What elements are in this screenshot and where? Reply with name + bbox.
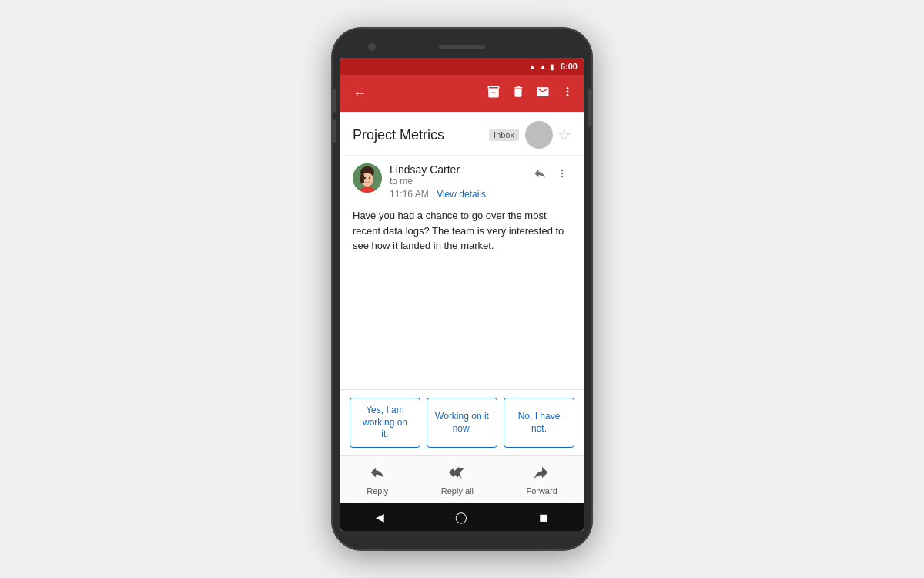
status-icons: ▲ ▲ ▮ 6:00 [528,62,578,71]
status-time: 6:00 [561,62,578,71]
volume-up-button [333,89,336,112]
svg-point-3 [364,177,366,179]
wifi-icon: ▲ [528,62,536,71]
smart-reply-2[interactable]: Working on it now. [427,398,497,448]
nav-back-button[interactable]: ◀ [376,511,384,523]
reply-label: Reply [367,486,388,496]
delete-icon[interactable] [508,82,528,105]
sender-to: to me [390,176,530,187]
front-camera [368,43,376,51]
email-body: Have you had a chance to go over the mos… [340,205,584,389]
phone-speaker [439,45,485,49]
inbox-badge: Inbox [489,129,519,141]
view-details-link[interactable]: View details [437,189,486,200]
email-header: Project Metrics Inbox ☆ [340,112,584,156]
back-button[interactable]: ← [346,79,373,108]
sender-time: 11:16 AM [390,189,429,200]
signal-icon: ▲ [539,62,547,71]
reply-action-icon [369,464,386,485]
smart-replies: Yes, I am working on it. Working on it n… [340,389,584,455]
header-avatar [525,121,553,149]
bottom-actions: Reply Reply all Forward [340,455,584,503]
sender-info: Lindsay Carter to me 11:16 AM View detai… [390,163,530,200]
sender-actions [530,163,571,187]
forward-label: Forward [526,486,557,496]
forward-action-icon [534,464,551,485]
phone-screen: ▲ ▲ ▮ 6:00 ← [340,58,584,531]
sender-name: Lindsay Carter [390,163,530,176]
forward-action[interactable]: Forward [514,461,569,499]
phone-device: ▲ ▲ ▮ 6:00 ← [331,27,593,551]
svg-point-4 [369,177,370,179]
smart-reply-1[interactable]: Yes, I am working on it. [350,398,420,448]
phone-top-bar [340,36,584,58]
battery-icon: ▮ [550,62,554,71]
reply-all-action[interactable]: Reply all [429,461,486,499]
svg-rect-5 [360,174,364,183]
sender-avatar [353,163,382,193]
reply-all-action-icon [449,464,466,485]
archive-icon[interactable] [484,82,504,105]
nav-home-button[interactable]: ◯ [455,511,467,523]
email-content: Lindsay Carter to me 11:16 AM View detai… [340,156,584,389]
android-nav-bar: ◀ ◯ ◼ [340,503,584,531]
phone-bottom-bar [340,531,584,542]
reply-action[interactable]: Reply [354,461,400,499]
app-bar: ← [340,75,584,112]
star-icon[interactable]: ☆ [557,126,571,144]
smart-reply-3[interactable]: No, I have not. [504,398,574,448]
mail-icon[interactable] [533,82,553,105]
power-button [588,89,591,127]
reply-icon[interactable] [530,163,550,187]
email-subject: Project Metrics [353,127,483,143]
nav-recents-button[interactable]: ◼ [539,511,548,523]
app-bar-actions [484,82,578,105]
more-icon[interactable] [553,164,571,186]
sender-row: Lindsay Carter to me 11:16 AM View detai… [340,156,584,205]
status-bar: ▲ ▲ ▮ 6:00 [340,58,584,75]
reply-all-label: Reply all [441,486,474,496]
more-options-icon[interactable] [557,82,578,105]
volume-down-button [333,119,336,143]
